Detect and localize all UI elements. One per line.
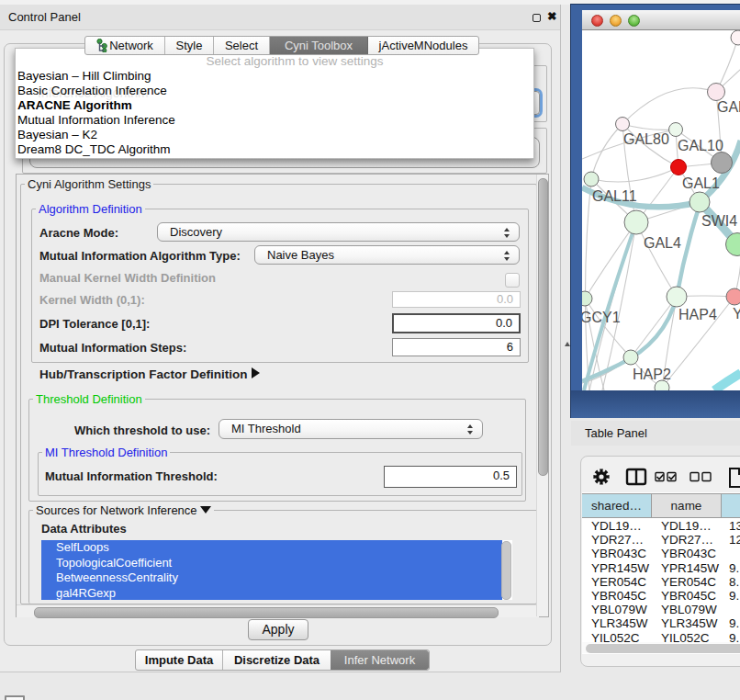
svg-text:GAL4: GAL4 <box>644 235 681 251</box>
svg-text:GAL80: GAL80 <box>623 131 669 147</box>
svg-text:GAL1: GAL1 <box>682 175 720 191</box>
svg-text:GAL: GAL <box>717 99 740 115</box>
svg-text:GAL10: GAL10 <box>678 138 723 153</box>
svg-text:Y: Y <box>733 306 740 322</box>
svg-text:HAP2: HAP2 <box>633 367 671 382</box>
svg-text:HAP4: HAP4 <box>678 307 717 322</box>
svg-text:GAL11: GAL11 <box>592 188 637 204</box>
svg-text:GCY1: GCY1 <box>582 310 621 325</box>
svg-text:SWI4: SWI4 <box>701 213 737 229</box>
